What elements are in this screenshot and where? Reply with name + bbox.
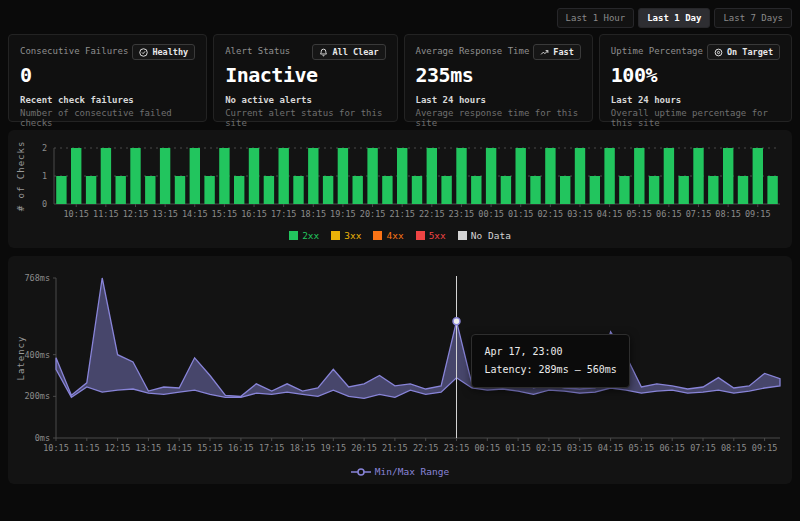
svg-text:08:15: 08:15: [715, 209, 741, 219]
card-description: Current alert status for this site: [225, 108, 385, 128]
checks-bar-chart[interactable]: 01210:1511:1512:1513:1514:1515:1516:1517…: [14, 136, 786, 228]
card-title: Alert Status: [225, 44, 290, 56]
time-range-last-7-days[interactable]: Last 7 Days: [714, 8, 792, 28]
svg-text:10:15: 10:15: [43, 443, 69, 453]
line-dot-icon: [351, 468, 371, 476]
svg-text:01:15: 01:15: [505, 443, 531, 453]
svg-text:17:15: 17:15: [259, 443, 285, 453]
svg-text:16:15: 16:15: [228, 443, 254, 453]
card-average-response-time: Average Response Time Fast 235ms Last 24…: [404, 34, 593, 122]
svg-text:18:15: 18:15: [290, 443, 316, 453]
legend-label: Min/Max Range: [375, 466, 449, 477]
svg-text:13:15: 13:15: [136, 443, 162, 453]
badge-label: Healthy: [152, 47, 188, 57]
checks-bar-chart-panel: 01210:1511:1512:1513:1514:1515:1516:1517…: [8, 130, 792, 248]
card-subtitle: No active alerts: [225, 95, 385, 105]
stat-cards-row: Consecutive Failures Healthy 0 Recent ch…: [0, 34, 800, 122]
svg-text:09:15: 09:15: [752, 443, 778, 453]
legend-swatch-icon: [331, 231, 340, 240]
svg-text:01:15: 01:15: [508, 209, 534, 219]
tooltip-title: Apr 17, 23:00: [484, 343, 616, 361]
svg-text:04:15: 04:15: [597, 209, 623, 219]
svg-text:09:15: 09:15: [745, 209, 771, 219]
svg-text:13:15: 13:15: [152, 209, 178, 219]
svg-text:1: 1: [42, 171, 47, 181]
card-value: 235ms: [416, 63, 581, 87]
svg-text:06:15: 06:15: [656, 209, 682, 219]
badge-label: On Target: [727, 47, 773, 57]
time-range-last-1-hour[interactable]: Last 1 Hour: [557, 8, 635, 28]
card-title: Consecutive Failures: [20, 44, 128, 56]
svg-text:03:15: 03:15: [567, 209, 593, 219]
svg-text:07:15: 07:15: [686, 209, 712, 219]
card-uptime-percentage: Uptime Percentage On Target 100% Last 24…: [599, 34, 792, 122]
svg-text:15:15: 15:15: [212, 209, 238, 219]
svg-text:0ms: 0ms: [35, 433, 50, 443]
time-range-group: Last 1 Hour Last 1 Day Last 7 Days: [557, 8, 792, 28]
check-circle-icon: [139, 48, 148, 57]
legend-swatch-icon: [289, 231, 298, 240]
svg-text:11:15: 11:15: [74, 443, 100, 453]
svg-text:04:15: 04:15: [598, 443, 624, 453]
svg-text:15:15: 15:15: [197, 443, 223, 453]
svg-text:# of Checks: # of Checks: [16, 141, 26, 212]
latency-chart-legend: Min/Max Range: [14, 464, 786, 482]
svg-text:20:15: 20:15: [351, 443, 377, 453]
legend-item-2xx: 2xx: [289, 230, 319, 241]
legend-item-no data: No Data: [458, 230, 511, 241]
status-badge: On Target: [707, 44, 780, 60]
tooltip-value: Latency: 289ms – 560ms: [484, 361, 616, 379]
svg-text:20:15: 20:15: [360, 209, 386, 219]
legend-swatch-icon: [416, 231, 425, 240]
badge-label: All Clear: [332, 47, 378, 57]
card-consecutive-failures: Consecutive Failures Healthy 0 Recent ch…: [8, 34, 207, 122]
status-badge: Fast: [533, 44, 580, 60]
legend-item-4xx: 4xx: [373, 230, 403, 241]
svg-text:2: 2: [42, 143, 47, 153]
svg-text:07:15: 07:15: [690, 443, 716, 453]
svg-text:0: 0: [42, 199, 47, 209]
bell-icon: [319, 48, 328, 57]
card-title: Uptime Percentage: [611, 44, 703, 56]
svg-text:200ms: 200ms: [24, 391, 50, 401]
card-description: Overall uptime percentage for this site: [611, 108, 780, 128]
svg-text:16:15: 16:15: [241, 209, 267, 219]
card-subtitle: Last 24 hours: [416, 95, 581, 105]
svg-text:06:15: 06:15: [659, 443, 685, 453]
checks-chart-legend: 2xx3xx4xx5xxNo Data: [14, 228, 786, 246]
trending-up-icon: [540, 48, 549, 57]
card-title: Average Response Time: [416, 44, 530, 56]
svg-text:23:15: 23:15: [449, 209, 475, 219]
latency-tooltip: Apr 17, 23:00 Latency: 289ms – 560ms: [471, 334, 629, 388]
svg-text:22:15: 22:15: [419, 209, 445, 219]
svg-text:22:15: 22:15: [413, 443, 439, 453]
svg-text:18:15: 18:15: [301, 209, 327, 219]
svg-text:05:15: 05:15: [629, 443, 655, 453]
time-range-last-1-day[interactable]: Last 1 Day: [638, 8, 710, 28]
svg-text:00:15: 00:15: [478, 209, 504, 219]
svg-text:00:15: 00:15: [475, 443, 501, 453]
svg-text:19:15: 19:15: [321, 443, 347, 453]
latency-chart-panel: 0ms200ms400ms768ms10:1511:1512:1513:1514…: [8, 256, 792, 484]
card-description: Average response time for this site: [416, 108, 581, 128]
svg-text:02:15: 02:15: [538, 209, 564, 219]
svg-text:14:15: 14:15: [182, 209, 208, 219]
svg-text:12:15: 12:15: [123, 209, 149, 219]
legend-item-5xx: 5xx: [416, 230, 446, 241]
card-subtitle: Last 24 hours: [611, 95, 780, 105]
card-subtitle: Recent check failures: [20, 95, 195, 105]
svg-text:10:15: 10:15: [63, 209, 89, 219]
card-alert-status: Alert Status All Clear Inactive No activ…: [213, 34, 397, 122]
svg-text:17:15: 17:15: [271, 209, 297, 219]
legend-item-3xx: 3xx: [331, 230, 361, 241]
svg-text:11:15: 11:15: [93, 209, 119, 219]
status-badge: Healthy: [132, 44, 195, 60]
card-value: Inactive: [225, 63, 385, 87]
legend-item-minmax: Min/Max Range: [351, 466, 449, 477]
status-badge: All Clear: [312, 44, 385, 60]
svg-text:05:15: 05:15: [626, 209, 652, 219]
latency-chart[interactable]: 0ms200ms400ms768ms10:1511:1512:1513:1514…: [14, 262, 786, 464]
card-description: Number of consecutive failed checks: [20, 108, 195, 128]
legend-swatch-icon: [458, 231, 467, 240]
svg-text:Latency: Latency: [16, 336, 26, 381]
